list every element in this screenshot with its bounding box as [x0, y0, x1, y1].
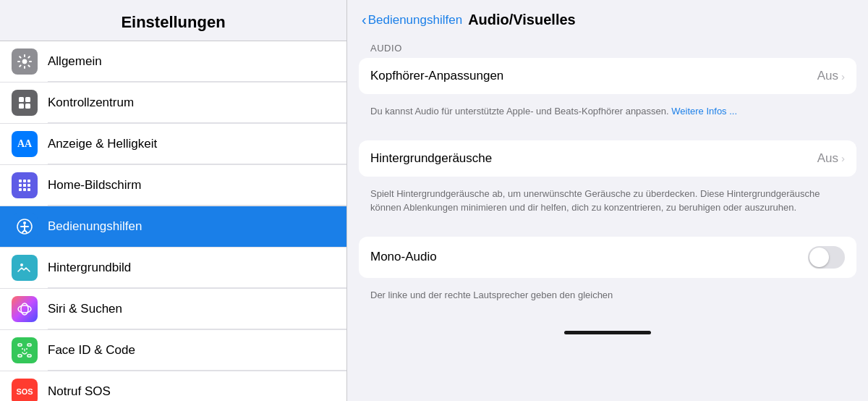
svg-rect-24: [27, 344, 31, 346]
svg-rect-1: [19, 97, 24, 102]
svg-rect-2: [25, 97, 30, 102]
sidebar-icon-bedienungshilfen: [12, 214, 38, 240]
sidebar-item-bedienungshilfen[interactable]: Bedienungshilfen: [0, 206, 346, 248]
svg-rect-11: [19, 180, 22, 182]
card-audio: Kopfhörer-AnpassungenAus›: [359, 58, 856, 94]
sidebar-label-kontrollzentrum: Kontrollzentrum: [48, 96, 134, 110]
sidebar-item-home[interactable]: Home-Bildschirm: [0, 165, 346, 206]
svg-point-27: [22, 348, 23, 350]
svg-point-22: [18, 305, 31, 313]
sidebar-icon-allgemein: [12, 48, 38, 75]
sidebar-item-notruf[interactable]: SOSNotruf SOS: [0, 371, 346, 401]
sidebar-title: Einstellungen: [0, 0, 346, 41]
svg-rect-9: [23, 188, 26, 191]
sidebar-icon-notruf: SOS: [12, 379, 38, 401]
svg-line-19: [25, 230, 27, 232]
sidebar-item-anzeige[interactable]: AAAnzeige & Helligkeit: [0, 124, 346, 165]
svg-rect-26: [27, 355, 31, 357]
sidebar-item-kontrollzentrum[interactable]: Kontrollzentrum: [0, 83, 346, 124]
card-hintergrundgerausche: HintergrundgeräuscheAus›: [359, 140, 856, 177]
sidebar-item-faceid[interactable]: Face ID & Code: [0, 330, 346, 371]
back-label: Bedienungshilfen: [368, 13, 462, 28]
chevron-icon-hintergrundgerausche: ›: [841, 152, 845, 164]
back-button[interactable]: ‹ Bedienungshilfen: [362, 12, 462, 28]
svg-rect-12: [23, 180, 26, 182]
svg-rect-8: [19, 188, 22, 191]
card-row-mono-audio[interactable]: Mono-Audio: [359, 237, 856, 278]
section-desc-hintergrundgerausche: Spielt Hintergrundgeräusche ab, um unerw…: [359, 182, 856, 225]
svg-point-0: [22, 59, 27, 64]
section-link-audio[interactable]: Weitere Infos ...: [671, 106, 737, 117]
row-value-kopfhoerer: Aus: [817, 69, 838, 83]
row-label-kopfhoerer: Kopfhörer-Anpassungen: [370, 69, 817, 83]
row-label-hintergrundgerausche: Hintergrundgeräusche: [370, 151, 817, 166]
sidebar-label-notruf: Notruf SOS: [48, 384, 111, 399]
svg-rect-25: [18, 355, 22, 357]
svg-point-20: [20, 263, 23, 266]
svg-rect-13: [27, 180, 30, 182]
sidebar-icon-siri: [12, 296, 38, 322]
svg-rect-6: [23, 184, 26, 187]
sidebar-label-siri: Siri & Suchen: [48, 302, 122, 316]
sidebar-item-siri[interactable]: Siri & Suchen: [0, 289, 346, 330]
sidebar-label-anzeige: Anzeige & Helligkeit: [48, 137, 157, 151]
chevron-icon-kopfhoerer: ›: [841, 70, 845, 83]
scroll-indicator: [564, 331, 651, 334]
sidebar-icon-anzeige: AA: [12, 131, 38, 157]
svg-rect-5: [19, 184, 22, 187]
sidebar-label-hintergrundbild: Hintergrundbild: [48, 261, 131, 275]
content-title: Audio/Visuelles: [468, 12, 576, 28]
row-label-mono-audio: Mono-Audio: [370, 250, 808, 264]
sidebar-icon-hintergrundbild: [12, 255, 38, 281]
card-mono: Mono-Audio: [359, 237, 856, 278]
card-row-kopfhoerer[interactable]: Kopfhörer-AnpassungenAus›: [359, 58, 856, 94]
section-desc-audio: Du kannst Audio für unterstützte Apple- …: [359, 100, 856, 129]
sidebar-label-bedienungshilfen: Bedienungshilfen: [48, 219, 142, 234]
svg-rect-23: [18, 344, 22, 346]
sidebar-icon-home: [12, 172, 38, 198]
sidebar-icon-kontrollzentrum: [12, 90, 38, 116]
svg-rect-4: [25, 104, 30, 109]
row-value-hintergrundgerausche: Aus: [817, 151, 838, 166]
sidebar-list: AllgemeinKontrollzentrumAAAnzeige & Hell…: [0, 41, 346, 401]
section-header-audio: AUDIO: [359, 37, 856, 58]
sidebar-label-home: Home-Bildschirm: [48, 178, 141, 193]
sidebar-item-hintergrundbild[interactable]: Hintergrundbild: [0, 248, 346, 289]
svg-rect-3: [19, 104, 24, 109]
toggle-mono-audio[interactable]: [808, 246, 845, 269]
card-row-hintergrundgerausche[interactable]: HintergrundgeräuscheAus›: [359, 140, 856, 177]
sidebar: Einstellungen AllgemeinKontrollzentrumAA…: [0, 0, 347, 401]
svg-point-15: [23, 221, 26, 224]
content-body: AUDIOKopfhörer-AnpassungenAus›Du kannst …: [347, 37, 868, 326]
svg-rect-7: [27, 184, 30, 187]
content-header: ‹ Bedienungshilfen Audio/Visuelles: [347, 0, 868, 37]
sidebar-label-allgemein: Allgemein: [48, 54, 102, 69]
svg-point-28: [26, 348, 27, 350]
content-panel: ‹ Bedienungshilfen Audio/Visuelles AUDIO…: [347, 0, 868, 401]
back-chevron-icon: ‹: [362, 12, 367, 28]
section-desc-mono: Der linke und der rechte Lautsprecher ge…: [359, 284, 856, 313]
sidebar-icon-faceid: [12, 337, 38, 363]
sidebar-label-faceid: Face ID & Code: [48, 343, 135, 358]
svg-rect-10: [27, 188, 30, 191]
sidebar-item-allgemein[interactable]: Allgemein: [0, 41, 346, 83]
